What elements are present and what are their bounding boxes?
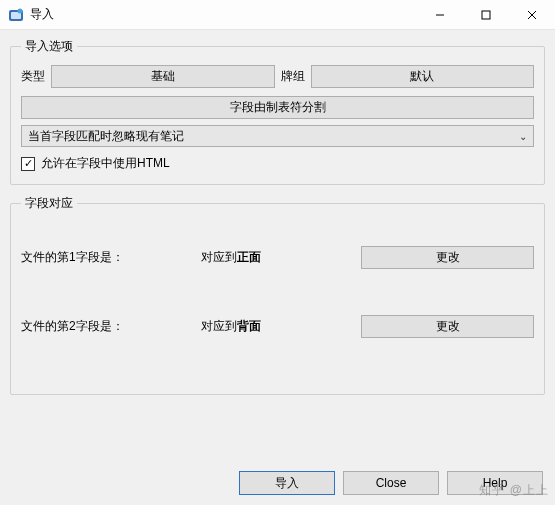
close-dialog-button[interactable]: Close <box>343 471 439 495</box>
import-options-legend: 导入选项 <box>21 38 77 55</box>
deck-button-label: 默认 <box>410 68 434 85</box>
allow-html-label: 允许在字段中使用HTML <box>41 155 170 172</box>
maximize-button[interactable] <box>463 0 509 30</box>
allow-html-checkbox[interactable]: ✓ <box>21 157 35 171</box>
tab-split-label: 字段由制表符分割 <box>230 99 326 116</box>
field-mapping-group: 字段对应 文件的第1字段是： 对应到正面 更改 文件的第2字段是： <box>10 195 545 395</box>
tab-split-button[interactable]: 字段由制表符分割 <box>21 96 534 119</box>
titlebar: 导入 <box>0 0 555 30</box>
mapping-row-target: 对应到背面 <box>201 318 361 335</box>
type-button-label: 基础 <box>151 68 175 85</box>
deck-label: 牌组 <box>281 68 305 85</box>
mapping-row: 文件的第1字段是： 对应到正面 更改 <box>21 246 534 269</box>
import-mode-value: 当首字段匹配时忽略现有笔记 <box>28 128 184 145</box>
window-title: 导入 <box>30 6 54 23</box>
mapping-row-source: 文件的第1字段是： <box>21 249 201 266</box>
mapping-row-source: 文件的第2字段是： <box>21 318 201 335</box>
chevron-down-icon: ⌄ <box>519 131 527 142</box>
close-button[interactable] <box>509 0 555 30</box>
type-label: 类型 <box>21 68 45 85</box>
app-icon <box>8 7 24 23</box>
import-button[interactable]: 导入 <box>239 471 335 495</box>
import-options-group: 导入选项 类型 基础 牌组 默认 字段由制表符分割 当首字段匹配时忽略现有笔记 … <box>10 38 545 185</box>
change-mapping-button[interactable]: 更改 <box>361 315 534 338</box>
svg-point-2 <box>18 8 23 13</box>
field-mapping-legend: 字段对应 <box>21 195 77 212</box>
svg-rect-4 <box>482 11 490 19</box>
dialog-footer: 导入 Close Help <box>239 471 543 495</box>
mapping-row-target: 对应到正面 <box>201 249 361 266</box>
minimize-button[interactable] <box>417 0 463 30</box>
import-mode-select[interactable]: 当首字段匹配时忽略现有笔记 ⌄ <box>21 125 534 147</box>
deck-button[interactable]: 默认 <box>311 65 535 88</box>
change-mapping-button[interactable]: 更改 <box>361 246 534 269</box>
type-button[interactable]: 基础 <box>51 65 275 88</box>
mapping-row: 文件的第2字段是： 对应到背面 更改 <box>21 315 534 338</box>
help-button[interactable]: Help <box>447 471 543 495</box>
